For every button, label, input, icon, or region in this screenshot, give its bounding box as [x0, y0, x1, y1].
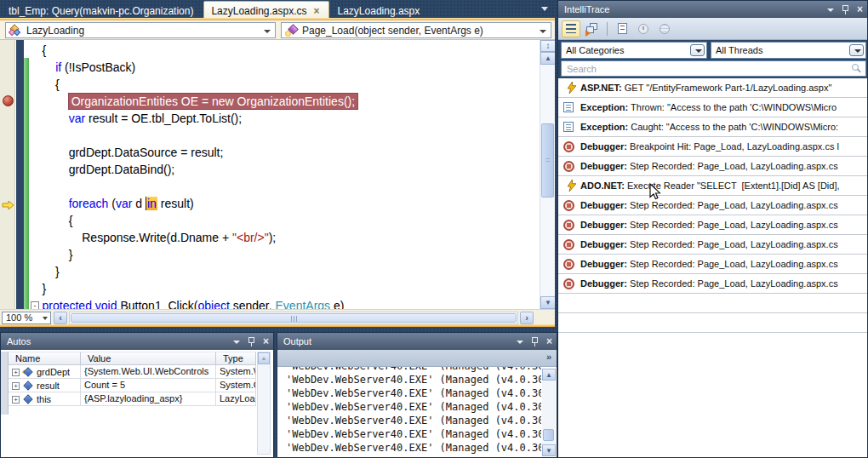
tasks-button[interactable]	[613, 20, 631, 37]
autos-row[interactable]: +grdDept{System.Web.UI.WebControlsSystem…	[9, 365, 256, 379]
tab-overflow-chevron-icon[interactable]	[541, 7, 548, 11]
intellitrace-event-row[interactable]: Exception: Thrown: "Access to the path '…	[558, 98, 867, 117]
code-line[interactable]: grdDept.DataSource = result;	[29, 144, 538, 161]
autos-row[interactable]: +resultCount = 5System.C	[9, 379, 256, 392]
autos-scrollbar[interactable]: ▲	[257, 352, 271, 455]
close-icon[interactable]: ×	[546, 338, 552, 346]
code-line[interactable]: OrganizationEntities OE = new Organizati…	[29, 93, 538, 110]
variable-type: System.C	[216, 379, 256, 392]
intellitrace-event-row[interactable]: Debugger: Step Recorded: Page_Load, Lazy…	[558, 196, 867, 215]
code-line[interactable]: foreach (var d in result)	[29, 195, 538, 212]
vertical-scrollbar-thumb[interactable]	[541, 123, 554, 198]
expand-icon[interactable]: +	[12, 382, 20, 390]
intellitrace-event-row[interactable]: Debugger: Step Recorded: Page_Load, Lazy…	[558, 255, 867, 274]
variable-value: {System.Web.UI.WebControls	[81, 365, 216, 378]
zoom-level-select[interactable]: 100 %	[2, 312, 51, 324]
column-header-type[interactable]: Type	[216, 352, 256, 365]
variable-name: grdDept	[37, 367, 70, 377]
code-line[interactable]: {	[29, 212, 538, 229]
tab-lazyloading-aspx[interactable]: LazyLoading.aspx	[331, 2, 429, 19]
output-scrollbar-thumb[interactable]	[543, 429, 554, 441]
margin-gap	[16, 40, 24, 309]
mouse-cursor	[649, 183, 661, 200]
code-line[interactable]	[29, 127, 538, 144]
output-scrollbar[interactable]: ▲ ▼	[542, 369, 556, 456]
fold-collapse-icon[interactable]: -	[31, 301, 39, 309]
code-line[interactable]: var result = OE.tbl_Dept.ToList();	[29, 110, 538, 127]
code-area[interactable]: { if (!IsPostBack) { OrganizationEntitie…	[29, 40, 538, 309]
toolbar-overflow-icon[interactable]: »	[546, 352, 551, 362]
code-line[interactable]	[29, 178, 538, 195]
code-line[interactable]: }	[29, 263, 538, 280]
split-window-handle[interactable]: ↕	[540, 40, 555, 52]
search-icon	[852, 64, 859, 71]
code-line[interactable]: {	[29, 76, 538, 93]
code-line[interactable]: }	[29, 246, 538, 263]
close-icon[interactable]: ×	[263, 338, 269, 346]
tab-close-icon[interactable]: ×	[314, 7, 320, 15]
window-position-icon[interactable]	[233, 341, 240, 344]
window-position-icon[interactable]	[517, 341, 523, 344]
code-line[interactable]: if (!IsPostBack)	[29, 59, 538, 76]
window-position-icon[interactable]	[827, 9, 834, 12]
timeline-button[interactable]	[634, 20, 653, 37]
expand-icon[interactable]: +	[12, 369, 20, 376]
intellitrace-event-row[interactable]: ADO.NET: Execute Reader "SELECT [Extent1…	[558, 176, 867, 196]
member-dropdown-value: Page_Load(object sender, EventArgs e)	[302, 25, 483, 37]
intellitrace-event-row[interactable]: Debugger: Step Recorded: Page_Load, Lazy…	[558, 274, 867, 294]
horizontal-scrollbar-thumb[interactable]	[71, 313, 517, 323]
variable-name: this	[37, 394, 51, 404]
close-icon[interactable]: ×	[857, 6, 863, 14]
breakpoint-margin[interactable]	[0, 40, 15, 309]
tasks-icon	[618, 23, 627, 34]
scroll-down-button[interactable]: ▼	[540, 296, 555, 309]
expand-icon[interactable]: +	[12, 396, 20, 404]
output-content[interactable]: 'WebDev.WebServer40.EXE' (Managed (v4.0.…	[277, 367, 541, 457]
pin-icon[interactable]	[248, 337, 255, 346]
code-line[interactable]: {	[29, 42, 538, 59]
intellitrace-event-row[interactable]: Debugger: Step Recorded: Page_Load, Lazy…	[558, 157, 867, 176]
pin-icon[interactable]	[531, 337, 539, 346]
scroll-up-button[interactable]: ▲	[542, 369, 556, 381]
chevron-down-icon[interactable]	[849, 44, 864, 56]
vertical-scrollbar[interactable]: ↕ ▲ ▼	[540, 40, 555, 309]
intellitrace-event-row[interactable]: Debugger: Breakpoint Hit: Page_Load, Laz…	[558, 137, 867, 157]
scroll-up-button[interactable]: ▲	[540, 52, 555, 65]
column-header-value[interactable]: Value	[81, 352, 216, 365]
editor-body[interactable]: { if (!IsPostBack) { OrganizationEntitie…	[0, 40, 555, 309]
code-line[interactable]: Response.Write(d.Dname + "<br/>");	[29, 229, 538, 246]
type-dropdown[interactable]: LazyLoading	[5, 22, 276, 38]
intellitrace-event-row[interactable]: Exception: Caught: "Access to the path '…	[558, 117, 867, 137]
member-dropdown[interactable]: Page_Load(object sender, EventArgs e)	[281, 22, 551, 38]
code-line[interactable]: grdDept.DataBind();	[29, 161, 538, 178]
pin-icon[interactable]	[842, 5, 849, 14]
intellitrace-event-row[interactable]: Debugger: Step Recorded: Page_Load, Lazy…	[558, 235, 867, 255]
search-input[interactable]	[561, 60, 866, 77]
variable-name-cell: +this	[9, 392, 81, 405]
trace-settings-button[interactable]	[655, 20, 674, 37]
events-view-button[interactable]	[562, 20, 580, 37]
intellitrace-event-row[interactable]: ASP.NET: GET "/EntityFramework Part-1/La…	[558, 78, 867, 98]
intellitrace-event-row[interactable]: Debugger: Step Recorded: Page_Load, Lazy…	[558, 215, 867, 235]
output-line: 'WebDev.WebServer40.EXE' (Managed (v4.0.…	[286, 386, 541, 400]
scroll-up-button[interactable]: ▲	[258, 352, 270, 364]
scroll-right-button[interactable]: ›	[520, 312, 534, 324]
calls-view-button[interactable]	[583, 20, 602, 37]
event-text: Caught: "Access to the path 'C:\WINDOWS\…	[628, 122, 838, 132]
visual-studio-window: tbl_Emp: Query(makvin-pc.Organization)La…	[0, 0, 868, 458]
tab-lazyloading-aspx-cs[interactable]: LazyLoading.aspx.cs×	[203, 1, 328, 19]
scroll-left-button[interactable]: ‹	[54, 312, 67, 324]
tab-tbl-emp-query-makvin-pc-organization-[interactable]: tbl_Emp: Query(makvin-pc.Organization)	[2, 2, 202, 19]
autos-row[interactable]: +this{ASP.lazyloading_aspx}LazyLoa	[9, 392, 256, 406]
code-line[interactable]: }	[29, 280, 538, 297]
code-line[interactable]: protected void Button1_Click(object send…	[29, 297, 538, 309]
scroll-down-button[interactable]: ▼	[542, 444, 556, 456]
horizontal-scrollbar[interactable]	[69, 312, 518, 324]
column-header-name[interactable]: Name	[9, 352, 81, 365]
threads-filter-dropdown[interactable]: All Threads	[711, 42, 866, 59]
chevron-down-icon[interactable]	[690, 44, 705, 56]
event-category: ASP.NET:	[580, 83, 622, 93]
categories-filter-dropdown[interactable]: All Categories	[561, 42, 707, 59]
intellitrace-event-list[interactable]: ASP.NET: GET "/EntityFramework Part-1/La…	[558, 78, 867, 457]
breakpoint-icon[interactable]	[3, 95, 14, 106]
